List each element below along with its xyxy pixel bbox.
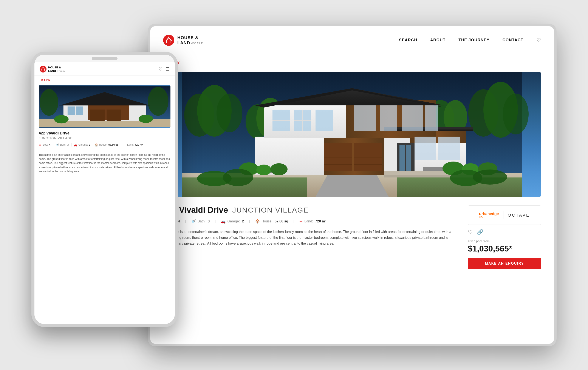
svg-rect-35 (354, 105, 376, 131)
svg-rect-79 (107, 110, 121, 121)
phone-description: This home is an entertainer's dream, sho… (39, 153, 170, 174)
phone-spec-bed: 🛏 Bed: 4 (39, 143, 50, 146)
svg-rect-36 (380, 105, 397, 131)
spec-divider-2: | (215, 219, 216, 223)
property-description: This home is an entertainer's dream, sho… (163, 229, 459, 247)
svg-point-0 (163, 35, 174, 46)
svg-rect-78 (90, 110, 105, 121)
property-suburb: JUNCTION VILLAGE (232, 206, 309, 214)
phone-bath-icon: 🚿 (56, 143, 59, 146)
bath-label: Bath: (198, 219, 206, 223)
spec-divider-1: | (185, 219, 186, 223)
phone-nav-icons: ♡ ☰ (158, 66, 170, 72)
fixed-price-label: Fixed price from (468, 239, 541, 243)
phone-div-2: | (71, 143, 72, 147)
logo-world: WORLD (191, 42, 204, 45)
garage-label: Garage: (227, 219, 240, 223)
logo-land: LAND (177, 40, 190, 45)
phone-spec-bath: 🚿 Bath: 3 (56, 143, 69, 146)
phone-house-label: House: (99, 143, 107, 146)
phone-bath-value: 3 (67, 143, 69, 146)
property-section: 422 Vivaldi Drive JUNCTION VILLAGE 🛏 Bed… (163, 206, 541, 269)
phone-house-icon: 🏠 (94, 143, 98, 146)
sidebar-logos: urbanedge HBs OCTAVE (468, 206, 541, 225)
share-icon[interactable]: 🔗 (477, 229, 483, 235)
favorite-icon[interactable]: ♡ (468, 229, 473, 235)
nav-logo[interactable]: HOUSE & LAND WORLD (163, 35, 204, 46)
nav-journey[interactable]: THE JOURNEY (458, 38, 490, 42)
svg-rect-80 (68, 106, 75, 115)
enquiry-button[interactable]: MAKE AN ENQUIRY (468, 258, 541, 269)
property-title-row: 422 Vivaldi Drive JUNCTION VILLAGE (163, 206, 459, 215)
phone-bath-label: Bath: (60, 143, 66, 146)
phone-bed-value: 4 (49, 143, 51, 146)
house-hero-image (163, 72, 541, 197)
spec-land: ⊹ Land: 720 m² (299, 219, 326, 224)
tablet-nav: HOUSE & LAND WORLD SEARCH ABOUT THE JOUR… (150, 26, 554, 54)
phone-back-link[interactable]: ‹ BACK (39, 79, 170, 82)
property-price: $1,030,565* (468, 244, 541, 253)
phone-menu-icon[interactable]: ☰ (166, 66, 170, 72)
phone-house-value: 57.66 sq (108, 143, 118, 146)
svg-point-72 (40, 89, 58, 116)
octave-brand: OCTAVE (508, 213, 530, 218)
svg-rect-30 (315, 110, 333, 131)
back-link[interactable]: ‹ BACK (163, 61, 541, 66)
house-label: House: (262, 219, 273, 223)
phone-garage-icon: 🚗 (74, 143, 77, 146)
svg-point-73 (148, 87, 168, 116)
urbanedge-sub: HBs (479, 216, 499, 218)
phone-screen: HOUSE & LAND WORLD ♡ ☰ ‹ BACK (34, 55, 175, 324)
svg-point-9 (503, 93, 529, 134)
phone-land-value: 720 m² (135, 143, 143, 146)
phone-garage-value: 2 (89, 143, 90, 146)
phone-logo-world: WORLD (57, 70, 65, 72)
phone-nav: HOUSE & LAND WORLD ♡ ☰ (34, 62, 175, 76)
svg-rect-38 (425, 105, 438, 131)
svg-point-67 (473, 170, 507, 185)
svg-point-82 (54, 115, 69, 123)
land-label: Land: (304, 219, 313, 223)
phone-land-label: Land: (127, 143, 134, 146)
phone-div-1: | (52, 143, 53, 147)
tablet-device: HOUSE & LAND WORLD SEARCH ABOUT THE JOUR… (148, 24, 556, 346)
property-specs: 🛏 Bed: 4 | 🚿 Bath: 3 | (163, 219, 459, 224)
phone-notch (92, 57, 117, 60)
tablet-content: ‹ BACK (150, 54, 554, 344)
phone-address: 422 Vivaldi Drive (39, 131, 170, 135)
phone-statusbar (34, 55, 175, 62)
nav-links: SEARCH ABOUT THE JOURNEY CONTACT ♡ (399, 37, 541, 43)
brand-separator (503, 211, 504, 219)
spec-house: 🏠 House: 57.66 sq (255, 219, 288, 224)
nav-search[interactable]: SEARCH (399, 38, 417, 42)
tablet-screen: HOUSE & LAND WORLD SEARCH ABOUT THE JOUR… (150, 26, 554, 344)
house-value: 57.66 sq (275, 219, 288, 223)
urbanedge-brand: urbanedge HBs (479, 212, 499, 218)
phone-device: HOUSE & LAND WORLD ♡ ☰ ‹ BACK (32, 52, 178, 327)
scene: HOUSE & LAND WORLD SEARCH ABOUT THE JOUR… (14, 13, 574, 357)
spec-bath: 🚿 Bath: 3 (191, 219, 210, 224)
svg-rect-50 (415, 137, 436, 160)
nav-about[interactable]: ABOUT (430, 38, 446, 42)
phone-logo-land: LAND (48, 69, 56, 72)
house-icon: 🏠 (255, 219, 260, 224)
phone-house-image (39, 85, 170, 128)
nav-favorites-icon[interactable]: ♡ (536, 37, 541, 43)
svg-rect-37 (402, 105, 423, 131)
phone-heart-icon[interactable]: ♡ (158, 66, 162, 72)
phone-logo-text: HOUSE & LAND WORLD (48, 65, 65, 72)
phone-logo-icon (40, 66, 46, 72)
svg-point-58 (270, 163, 288, 175)
garage-value: 2 (242, 219, 244, 223)
phone-spec-land: ⊹ Land: 720 m² (124, 143, 143, 146)
spec-divider-3: | (249, 219, 250, 223)
svg-rect-81 (76, 106, 83, 115)
spec-divider-4: | (293, 219, 294, 223)
nav-contact[interactable]: CONTACT (503, 38, 524, 42)
svg-point-57 (256, 164, 271, 175)
phone-spec-house: 🏠 House: 57.66 sq (94, 143, 118, 146)
phone-logo[interactable]: HOUSE & LAND WORLD (40, 65, 65, 72)
logo-icon (163, 35, 174, 46)
phone-div-3: | (121, 143, 122, 147)
svg-point-83 (139, 115, 153, 123)
